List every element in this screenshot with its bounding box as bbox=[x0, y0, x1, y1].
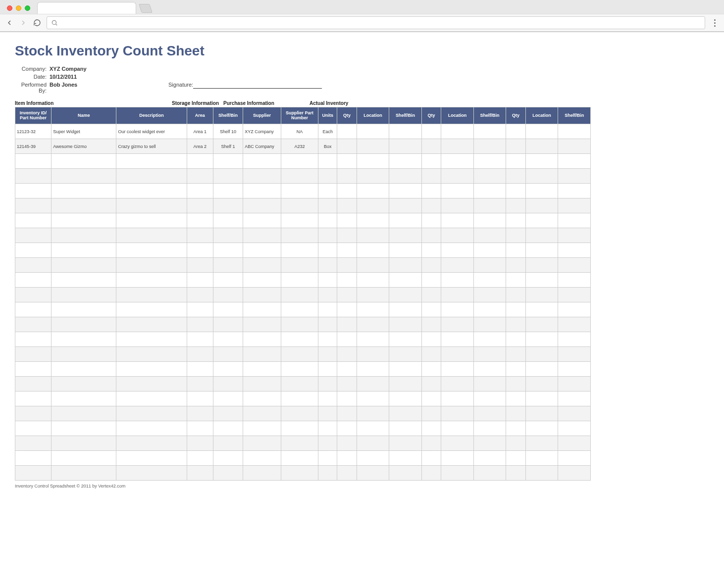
cell-empty[interactable] bbox=[337, 302, 357, 317]
cell-empty[interactable] bbox=[52, 184, 116, 198]
cell-empty[interactable] bbox=[318, 273, 337, 288]
cell-empty[interactable] bbox=[243, 436, 281, 451]
cell-empty[interactable] bbox=[116, 436, 187, 451]
cell-empty[interactable] bbox=[337, 362, 357, 377]
cell-sb1[interactable] bbox=[389, 124, 422, 139]
cell-qty2[interactable] bbox=[421, 139, 441, 154]
cell-empty[interactable] bbox=[558, 288, 591, 302]
cell-supplier[interactable]: ABC Company bbox=[243, 139, 281, 154]
cell-empty[interactable] bbox=[421, 213, 441, 228]
cell-empty[interactable] bbox=[558, 302, 591, 317]
cell-empty[interactable] bbox=[389, 243, 422, 258]
cell-empty[interactable] bbox=[15, 273, 52, 288]
cell-empty[interactable] bbox=[357, 154, 389, 169]
cell-loc3[interactable] bbox=[525, 124, 558, 139]
cell-empty[interactable] bbox=[525, 347, 558, 362]
cell-empty[interactable] bbox=[52, 213, 116, 228]
cell-empty[interactable] bbox=[421, 436, 441, 451]
cell-empty[interactable] bbox=[441, 451, 474, 466]
cell-empty[interactable] bbox=[337, 169, 357, 184]
cell-empty[interactable] bbox=[506, 451, 525, 466]
cell-empty[interactable] bbox=[187, 421, 213, 436]
cell-empty[interactable] bbox=[213, 154, 243, 169]
cell-empty[interactable] bbox=[116, 392, 187, 406]
cell-loc2[interactable] bbox=[441, 124, 474, 139]
cell-empty[interactable] bbox=[506, 288, 525, 302]
cell-empty[interactable] bbox=[52, 154, 116, 169]
cell-empty[interactable] bbox=[506, 258, 525, 273]
cell-area[interactable]: Area 2 bbox=[187, 139, 213, 154]
cell-empty[interactable] bbox=[506, 377, 525, 392]
cell-empty[interactable] bbox=[421, 392, 441, 406]
cell-empty[interactable] bbox=[421, 243, 441, 258]
cell-empty[interactable] bbox=[213, 317, 243, 332]
back-button[interactable] bbox=[5, 18, 14, 27]
cell-empty[interactable] bbox=[52, 451, 116, 466]
cell-empty[interactable] bbox=[473, 258, 506, 273]
cell-empty[interactable] bbox=[52, 228, 116, 243]
cell-empty[interactable] bbox=[318, 406, 337, 421]
cell-empty[interactable] bbox=[441, 392, 474, 406]
cell-empty[interactable] bbox=[281, 392, 318, 406]
cell-empty[interactable] bbox=[213, 273, 243, 288]
cell-empty[interactable] bbox=[389, 392, 422, 406]
cell-area[interactable]: Area 1 bbox=[187, 124, 213, 139]
cell-empty[interactable] bbox=[52, 169, 116, 184]
cell-empty[interactable] bbox=[337, 154, 357, 169]
cell-empty[interactable] bbox=[52, 258, 116, 273]
cell-empty[interactable] bbox=[473, 228, 506, 243]
cell-qty2[interactable] bbox=[421, 124, 441, 139]
cell-empty[interactable] bbox=[187, 198, 213, 213]
cell-empty[interactable] bbox=[473, 288, 506, 302]
browser-menu-button[interactable] bbox=[710, 19, 719, 27]
cell-empty[interactable] bbox=[525, 154, 558, 169]
cell-empty[interactable] bbox=[318, 258, 337, 273]
cell-empty[interactable] bbox=[506, 198, 525, 213]
cell-empty[interactable] bbox=[389, 198, 422, 213]
cell-empty[interactable] bbox=[473, 421, 506, 436]
cell-empty[interactable] bbox=[213, 228, 243, 243]
cell-empty[interactable] bbox=[441, 213, 474, 228]
cell-empty[interactable] bbox=[473, 198, 506, 213]
cell-empty[interactable] bbox=[243, 362, 281, 377]
cell-empty[interactable] bbox=[187, 466, 213, 481]
cell-empty[interactable] bbox=[243, 466, 281, 481]
cell-empty[interactable] bbox=[357, 451, 389, 466]
cell-empty[interactable] bbox=[441, 436, 474, 451]
cell-description[interactable]: Crazy gizmo to sell bbox=[116, 139, 187, 154]
cell-empty[interactable] bbox=[506, 154, 525, 169]
cell-empty[interactable] bbox=[281, 317, 318, 332]
cell-empty[interactable] bbox=[116, 347, 187, 362]
cell-shelfbin[interactable]: Shelf 10 bbox=[213, 124, 243, 139]
cell-empty[interactable] bbox=[52, 377, 116, 392]
cell-empty[interactable] bbox=[243, 332, 281, 347]
cell-empty[interactable] bbox=[15, 213, 52, 228]
cell-empty[interactable] bbox=[473, 466, 506, 481]
cell-empty[interactable] bbox=[558, 421, 591, 436]
cell-empty[interactable] bbox=[421, 154, 441, 169]
cell-empty[interactable] bbox=[281, 406, 318, 421]
cell-empty[interactable] bbox=[15, 392, 52, 406]
cell-empty[interactable] bbox=[281, 466, 318, 481]
cell-empty[interactable] bbox=[558, 332, 591, 347]
cell-loc1[interactable] bbox=[357, 139, 389, 154]
cell-empty[interactable] bbox=[337, 421, 357, 436]
cell-empty[interactable] bbox=[318, 184, 337, 198]
cell-empty[interactable] bbox=[357, 406, 389, 421]
cell-empty[interactable] bbox=[116, 406, 187, 421]
cell-empty[interactable] bbox=[15, 302, 52, 317]
cell-empty[interactable] bbox=[558, 228, 591, 243]
cell-empty[interactable] bbox=[558, 451, 591, 466]
cell-empty[interactable] bbox=[337, 317, 357, 332]
cell-empty[interactable] bbox=[441, 317, 474, 332]
cell-empty[interactable] bbox=[357, 273, 389, 288]
cell-empty[interactable] bbox=[337, 198, 357, 213]
cell-empty[interactable] bbox=[116, 169, 187, 184]
cell-empty[interactable] bbox=[52, 332, 116, 347]
cell-empty[interactable] bbox=[213, 332, 243, 347]
cell-empty[interactable] bbox=[525, 436, 558, 451]
cell-empty[interactable] bbox=[337, 258, 357, 273]
cell-empty[interactable] bbox=[318, 169, 337, 184]
cell-empty[interactable] bbox=[389, 332, 422, 347]
cell-empty[interactable] bbox=[187, 347, 213, 362]
